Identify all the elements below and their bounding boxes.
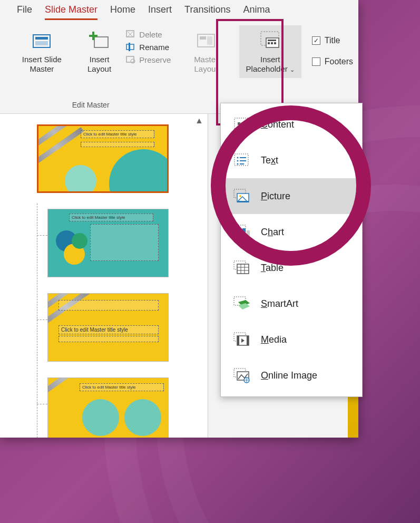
table-icon (232, 259, 251, 276)
placeholder-checkboxes: ✓ Title Footers (305, 25, 353, 113)
preserve-label: Preserve (139, 55, 171, 64)
preserve-button[interactable]: Preserve (125, 55, 171, 64)
tab-transitions[interactable]: Transitions (184, 4, 230, 18)
slide-master-thumbnail[interactable]: Click to edit Master title style (37, 124, 169, 193)
powerpoint-window: File Slide Master Home Insert Transition… (0, 0, 358, 438)
menu-media[interactable]: Media (221, 322, 362, 357)
tab-insert[interactable]: Insert (148, 4, 172, 18)
title-checkbox-label: Title (325, 36, 340, 45)
slide-thumbnail-panel: ▲ Click to edit Master title style Click… (0, 114, 208, 438)
svg-rect-10 (129, 43, 130, 51)
delete-label: Delete (139, 30, 162, 39)
menu-online-image[interactable]: Online Image (221, 357, 362, 393)
svg-marker-50 (238, 303, 250, 309)
svg-rect-54 (247, 336, 249, 345)
svg-rect-26 (241, 126, 244, 129)
rename-button[interactable]: Rename (125, 42, 171, 52)
svg-rect-18 (268, 42, 270, 44)
svg-point-36 (239, 195, 241, 197)
svg-point-30 (237, 160, 239, 162)
svg-rect-14 (200, 36, 206, 40)
tab-home[interactable]: Home (110, 4, 135, 18)
svg-point-28 (237, 157, 239, 159)
svg-rect-24 (241, 122, 244, 125)
menu-smartart[interactable]: SmartArt (221, 286, 362, 322)
menu-smartart-label: SmartArt (261, 298, 298, 309)
svg-rect-21 (268, 40, 276, 41)
menu-online-image-label: Online Image (261, 370, 317, 381)
menu-chart-label: Chart (261, 227, 284, 238)
footers-checkbox[interactable]: Footers (312, 57, 353, 66)
svg-rect-1 (35, 37, 48, 40)
master-layout-button[interactable]: Master Layout (179, 25, 232, 78)
insert-slide-master-button[interactable]: Insert Slide Master (8, 25, 75, 78)
svg-point-12 (131, 59, 135, 63)
svg-rect-39 (238, 233, 241, 238)
insert-slide-master-icon (30, 30, 53, 53)
chart-icon (232, 224, 251, 240)
footers-checkbox-label: Footers (325, 57, 353, 66)
menu-text[interactable]: Text (221, 142, 362, 178)
insert-placeholder-menu: Content Text Picture Chart Table (220, 103, 363, 397)
preserve-icon (125, 55, 136, 64)
group-master-layout: Master Layout (176, 25, 236, 113)
tab-file[interactable]: File (17, 4, 32, 18)
svg-rect-19 (271, 42, 273, 44)
rename-icon (125, 42, 136, 52)
svg-rect-3 (94, 37, 108, 47)
group-edit-master-label: Edit Master (72, 99, 110, 113)
group-edit-master: Insert Slide Master Insert Layout (5, 25, 176, 113)
menu-table[interactable]: Table (221, 250, 362, 286)
svg-rect-20 (274, 42, 276, 44)
scroll-up-button[interactable]: ▲ (195, 116, 206, 127)
ribbon: Insert Slide Master Insert Layout (0, 23, 358, 114)
title-checkbox[interactable]: ✓ Title (312, 36, 353, 45)
svg-rect-43 (237, 264, 249, 274)
layout-thumbnail-2[interactable]: Click to edit Master title style (47, 293, 169, 362)
tab-slide-master[interactable]: Slide Master (45, 4, 97, 20)
svg-rect-37 (237, 201, 249, 202)
group-insert-placeholder: Insert Placeholder ⌄ (236, 25, 305, 113)
svg-rect-15 (207, 36, 212, 45)
menu-picture[interactable]: Picture (221, 178, 362, 214)
insert-layout-icon (88, 30, 111, 53)
menu-content[interactable]: Content (221, 106, 362, 142)
svg-rect-23 (238, 122, 240, 125)
ribbon-tabs: File Slide Master Home Insert Transition… (0, 0, 358, 23)
delete-icon (125, 30, 136, 39)
menu-chart[interactable]: Chart (221, 214, 362, 250)
insert-placeholder-button[interactable]: Insert Placeholder ⌄ (239, 25, 301, 78)
checkbox-checked-icon: ✓ (312, 36, 320, 45)
content-icon (232, 116, 251, 133)
text-icon (232, 152, 251, 169)
smartart-icon (232, 295, 251, 312)
online-image-icon (232, 367, 251, 384)
checkbox-unchecked-icon (312, 57, 320, 66)
delete-button[interactable]: Delete (125, 30, 171, 39)
svg-rect-6 (126, 31, 134, 37)
media-icon (232, 331, 251, 348)
menu-table-label: Table (261, 263, 284, 274)
insert-layout-button[interactable]: Insert Layout (75, 25, 124, 78)
svg-rect-2 (35, 41, 48, 45)
svg-rect-40 (242, 228, 246, 238)
master-layout-icon (194, 30, 218, 53)
svg-rect-25 (238, 126, 240, 129)
svg-rect-41 (247, 230, 250, 238)
menu-content-label: Content (261, 119, 294, 130)
insert-placeholder-icon (259, 30, 282, 53)
picture-icon (232, 188, 251, 205)
menu-text-label: Text (261, 155, 278, 166)
rename-label: Rename (139, 43, 169, 52)
layout-thumbnail-3[interactable]: Click to edit Master title style (47, 377, 169, 438)
layout-thumbnail-1[interactable]: Click to edit Master title style (47, 209, 169, 277)
svg-rect-53 (237, 336, 239, 345)
menu-picture-label: Picture (261, 191, 290, 202)
tab-animations[interactable]: Anima (243, 4, 270, 18)
svg-point-32 (237, 163, 239, 165)
menu-media-label: Media (261, 334, 287, 345)
